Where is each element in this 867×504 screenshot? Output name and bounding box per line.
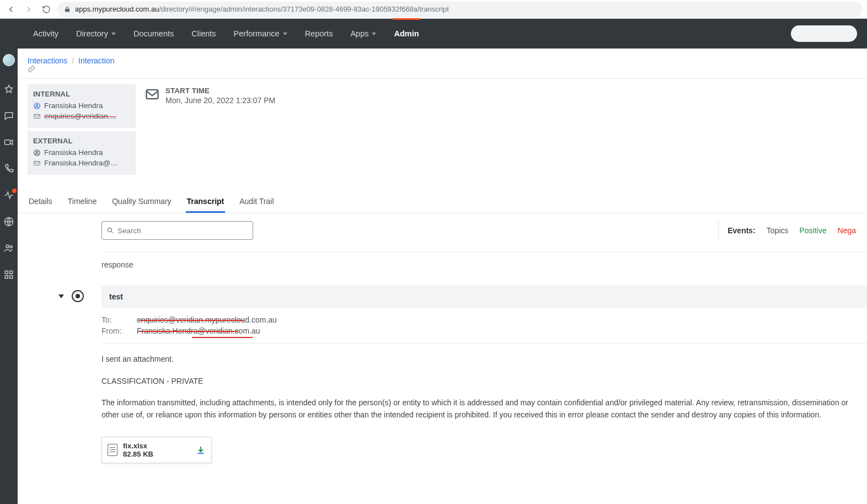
left-rail: [0, 49, 18, 504]
download-icon[interactable]: [196, 445, 206, 455]
external-email: Fransiska.Hendra@…: [44, 159, 118, 167]
transcript-prev-body: response: [101, 260, 867, 269]
to-label: To:: [101, 315, 124, 324]
permalink-icon[interactable]: [28, 65, 857, 73]
tab-details[interactable]: Details: [28, 191, 53, 213]
attachment-name: fix.xlsx: [123, 442, 153, 450]
search-icon: [106, 227, 114, 234]
nav-clients[interactable]: Clients: [183, 19, 224, 49]
attachment-chip[interactable]: fix.xlsx 82.85 KB: [101, 437, 212, 463]
svg-rect-5: [10, 271, 13, 274]
svg-point-3: [10, 245, 12, 248]
internal-name: Fransiska Hendra: [44, 101, 103, 110]
nav-reports[interactable]: Reports: [296, 19, 342, 49]
breadcrumb-interactions[interactable]: Interactions: [28, 56, 67, 65]
url-host: apps.mypurecloud.com.au: [75, 5, 159, 13]
svg-point-9: [36, 104, 38, 106]
filter-positive[interactable]: Positive: [800, 226, 827, 235]
annotation-highlight: [201, 454, 278, 463]
internal-party-card: INTERNAL Fransiska Hendra enquiries@veri…: [28, 84, 136, 128]
events-label: Events:: [727, 226, 756, 235]
svg-rect-7: [10, 276, 13, 278]
external-party-card: EXTERNAL Fransiska Hendra Fransiska.Hend…: [28, 131, 136, 175]
phone-icon[interactable]: [3, 163, 14, 174]
svg-rect-6: [5, 276, 8, 278]
caret-down-icon: [372, 33, 376, 35]
internal-label: INTERNAL: [33, 90, 130, 98]
main-nav: Activity Directory Documents Clients Per…: [0, 19, 867, 49]
svg-point-12: [36, 151, 38, 153]
svg-point-15: [108, 228, 111, 232]
interaction-tabs: Details Timeline Quality Summary Transcr…: [18, 175, 867, 213]
nav-apps[interactable]: Apps: [341, 19, 385, 49]
tab-quality-summary[interactable]: Quality Summary: [111, 191, 172, 213]
breadcrumb: Interactions / Interaction: [18, 49, 867, 79]
from-value: Fransiska.Hendra@veridian.com.au: [137, 326, 260, 335]
attachment-size: 82.85 KB: [123, 450, 153, 458]
globe-icon[interactable]: [3, 216, 14, 227]
collapse-toggle-icon[interactable]: [58, 294, 64, 298]
user-avatar[interactable]: [3, 54, 15, 66]
tab-audit-trail[interactable]: Audit Trail: [238, 191, 275, 213]
nav-search[interactable]: [791, 25, 857, 42]
svg-rect-14: [147, 90, 158, 99]
envelope-icon: [144, 87, 160, 102]
browser-toolbar: apps.mypurecloud.com.au/directory/#/enga…: [0, 0, 867, 19]
filter-topics[interactable]: Topics: [767, 226, 789, 235]
svg-rect-10: [34, 114, 40, 118]
svg-point-2: [6, 245, 9, 248]
email-subject: test: [101, 286, 867, 308]
agent-icon: [33, 102, 41, 110]
start-time-label: START TIME: [165, 87, 275, 95]
nav-directory[interactable]: Directory: [67, 19, 125, 49]
external-label: EXTERNAL: [33, 137, 130, 145]
nav-admin[interactable]: Admin: [385, 19, 427, 49]
svg-rect-4: [5, 271, 8, 274]
favorites-icon[interactable]: [3, 84, 14, 95]
nav-documents[interactable]: Documents: [125, 19, 183, 49]
email-body: I sent an attachment. CLASSIFICATION - P…: [101, 353, 867, 421]
email-icon: [33, 112, 41, 120]
search-input[interactable]: [117, 227, 248, 235]
interactions-icon[interactable]: [3, 190, 14, 201]
lock-icon: [64, 6, 71, 13]
file-icon: [108, 444, 117, 456]
apps-grid-icon[interactable]: [3, 269, 14, 280]
start-time: START TIME Mon, June 20, 2022 1:23:07 PM: [141, 84, 275, 175]
tab-timeline[interactable]: Timeline: [67, 191, 98, 213]
external-name: Fransiska Hendra: [44, 148, 103, 157]
sender-avatar-icon: [72, 290, 84, 302]
caret-down-icon: [283, 33, 287, 35]
people-icon[interactable]: [3, 243, 14, 254]
events-filter-bar: Events: Topics Positive Nega: [718, 221, 867, 240]
address-bar[interactable]: apps.mypurecloud.com.au/directory/#/enga…: [57, 2, 863, 17]
svg-rect-0: [5, 140, 10, 144]
nav-performance[interactable]: Performance: [225, 19, 296, 49]
breadcrumb-interaction[interactable]: Interaction: [78, 56, 114, 65]
from-label: From:: [101, 326, 124, 335]
browser-back-button[interactable]: [4, 3, 18, 16]
chat-icon[interactable]: [3, 110, 14, 121]
start-time-value: Mon, June 20, 2022 1:23:07 PM: [165, 96, 275, 105]
browser-reload-button[interactable]: [40, 3, 53, 16]
filter-negative[interactable]: Nega: [838, 226, 856, 235]
caret-down-icon: [111, 33, 116, 35]
nav-activity[interactable]: Activity: [24, 19, 67, 49]
browser-forward-button[interactable]: [22, 3, 35, 16]
email-metadata: To: enquiries@veridian.mypurecloud.com.a…: [101, 315, 867, 335]
tab-transcript[interactable]: Transcript: [186, 191, 226, 213]
url-path: /directory/#/engage/admin/interactions/3…: [159, 5, 448, 13]
internal-email: enquiries@veridian....: [44, 112, 116, 120]
email-icon: [33, 159, 41, 167]
to-value: enquiries@veridian.mypurecloud.com.au: [137, 315, 277, 324]
transcript-search[interactable]: [101, 221, 253, 240]
svg-rect-13: [34, 161, 40, 165]
contact-icon: [33, 149, 41, 157]
video-icon[interactable]: [3, 137, 14, 148]
notification-dot-icon: [12, 189, 17, 193]
